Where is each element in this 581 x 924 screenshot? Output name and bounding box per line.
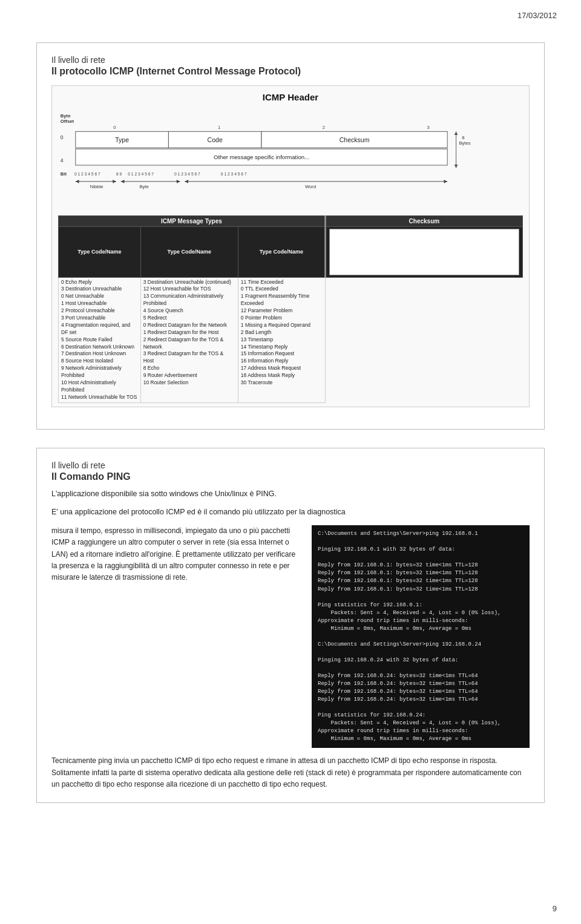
svg-text:Bytes: Bytes xyxy=(459,140,470,146)
svg-text:0 1 2 3 4 5 6 7: 0 1 2 3 4 5 6 7 xyxy=(174,172,200,176)
ping-terminal: C:\Documents and Settings\Server>ping 19… xyxy=(312,525,530,748)
svg-marker-32 xyxy=(121,180,125,183)
rfc-text: Please refer to RFC 792 for the Internet… xyxy=(335,256,513,270)
svg-text:0 1 2 3 4 5 6 7: 0 1 2 3 4 5 6 7 xyxy=(128,172,154,176)
svg-marker-28 xyxy=(76,180,79,183)
svg-marker-37 xyxy=(444,180,447,183)
col1-header: Type Code/Name xyxy=(59,226,141,277)
svg-marker-36 xyxy=(185,180,188,183)
svg-text:Byte: Byte xyxy=(139,184,148,189)
svg-text:Word: Word xyxy=(305,184,316,189)
col3-data: 11 Time Exceeded 0 TTL Exceeded 1 Fragme… xyxy=(238,277,325,402)
section2-container: Il livello di rete Il Comando PING L'app… xyxy=(36,448,545,803)
section2-desc: E' una applicazione del protocollo ICMP … xyxy=(51,506,530,518)
svg-text:3: 3 xyxy=(427,125,430,130)
checksum-box: Checksum of ICMP header RFC 792 Please r… xyxy=(329,229,519,275)
svg-text:0 1 2 3 4 5 6 7: 0 1 2 3 4 5 6 7 xyxy=(221,172,247,176)
svg-text:2: 2 xyxy=(323,125,325,130)
svg-text:0: 0 xyxy=(61,134,64,140)
svg-text:8 9: 8 9 xyxy=(116,172,122,176)
svg-text:8: 8 xyxy=(462,135,464,140)
icmp-header-svg: Byte Offset 0 0 1 2 3 Type Code Checksum… xyxy=(58,107,523,212)
section2-title: Il livello di rete xyxy=(51,460,530,470)
svg-text:0: 0 xyxy=(113,125,116,130)
col2-header: Type Code/Name xyxy=(140,226,238,277)
col2-data: 3 Destination Unreachable (continued) 12… xyxy=(140,277,238,402)
svg-marker-16 xyxy=(455,131,458,135)
svg-marker-29 xyxy=(113,180,116,183)
svg-text:Byte: Byte xyxy=(61,113,71,119)
svg-marker-17 xyxy=(455,165,458,168)
svg-text:1: 1 xyxy=(218,125,220,130)
svg-text:Offset: Offset xyxy=(61,119,74,124)
svg-marker-33 xyxy=(177,180,180,183)
svg-text:Other message specific informa: Other message specific information... xyxy=(214,154,309,160)
col1-data: 0 Echo Reply3 Destination Unreachable 0 … xyxy=(59,277,141,402)
page-number: 9 xyxy=(553,904,557,913)
section2-intro: L'applicazione disponibile sia sotto win… xyxy=(51,488,530,500)
checksum-header: Checksum xyxy=(325,215,522,226)
diagram-title: ICMP Header xyxy=(58,92,523,102)
svg-text:Bit: Bit xyxy=(61,171,67,177)
icmp-types-table: ICMP Message Types Checksum Type Code/Na… xyxy=(58,215,523,403)
section2-subtitle: Il Comando PING xyxy=(51,471,530,482)
icmp-diagram: ICMP Header Byte Offset 0 0 1 2 3 Type C… xyxy=(51,85,530,407)
svg-text:Nibble: Nibble xyxy=(90,184,103,189)
svg-text:Type: Type xyxy=(115,136,129,143)
svg-text:Checksum: Checksum xyxy=(340,136,370,143)
checksum-content: Checksum of ICMP header xyxy=(392,234,456,240)
ping-content: misura il tempo, espresso in millisecond… xyxy=(51,525,530,748)
section1-title: Il livello di rete xyxy=(51,55,530,65)
svg-text:4: 4 xyxy=(61,157,64,163)
svg-text:Code: Code xyxy=(208,136,223,143)
date-label: 17/03/2012 xyxy=(517,11,557,20)
types-header: ICMP Message Types xyxy=(59,215,326,226)
rfc-label: RFC 792 xyxy=(335,243,514,254)
ping-text2: Tecnicamente ping invia un pacchetto ICM… xyxy=(51,755,530,790)
section1-subtitle: Il protocollo ICMP (Internet Control Mes… xyxy=(51,66,530,77)
ping-text1: misura il tempo, espresso in millisecond… xyxy=(51,525,301,748)
section1-container: Il livello di rete Il protocollo ICMP (I… xyxy=(36,42,545,430)
col3-header: Type Code/Name xyxy=(238,226,325,277)
svg-text:0 1 2 3 4 5 6 7: 0 1 2 3 4 5 6 7 xyxy=(74,172,100,176)
